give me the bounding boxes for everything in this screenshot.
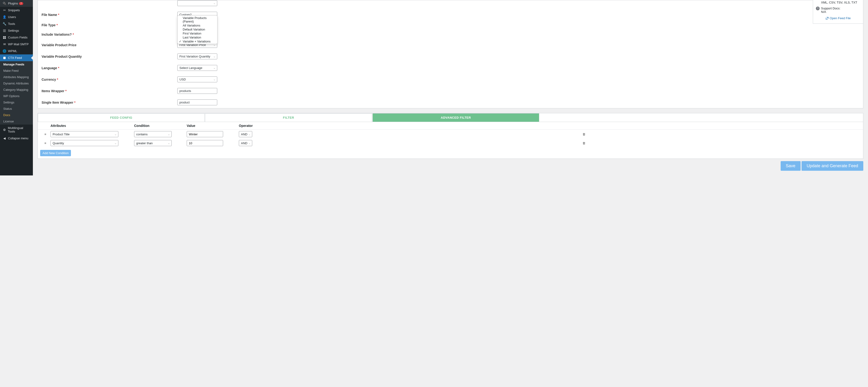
- value-input[interactable]: [187, 140, 223, 146]
- generate-button[interactable]: Update and Generate Feed: [802, 161, 863, 171]
- single-wrapper-input[interactable]: [177, 100, 217, 105]
- label: Settings: [8, 29, 19, 32]
- sidebar-item-ctx-feed[interactable]: CTX Feed: [0, 55, 33, 61]
- submenu-license[interactable]: License: [0, 118, 33, 125]
- sidebar-item-tools[interactable]: 🔧 Tools: [0, 21, 33, 27]
- sidebar-item-wp-mail-smtp[interactable]: ✉ WP Mail SMTP: [0, 41, 33, 47]
- items-wrapper-label: Items Wrapper *: [41, 89, 177, 93]
- submenu-attr-mapping[interactable]: Attributes Mapping: [0, 74, 33, 80]
- dd-default-variation[interactable]: Default Variation: [178, 28, 217, 31]
- submenu-status[interactable]: Status: [0, 106, 33, 112]
- svg-rect-5: [3, 38, 4, 39]
- sidebar-item-snippets[interactable]: ✂ Snippets: [0, 7, 33, 13]
- cond-select[interactable]: greater than⌵: [134, 140, 172, 146]
- dd-last-variation[interactable]: Last Variation: [178, 35, 217, 39]
- chevron-down-icon: ⌵: [115, 142, 116, 144]
- sidebar-item-wpml[interactable]: 🌐 WPML: [0, 47, 33, 55]
- items-wrapper-input[interactable]: [177, 88, 217, 94]
- op-select[interactable]: AND⌵: [239, 140, 252, 146]
- svg-rect-7: [3, 57, 6, 59]
- single-wrapper-label: Single Item Wrapper *: [41, 101, 177, 104]
- currency-label: Currency *: [41, 78, 177, 81]
- submenu-cat-mapping[interactable]: Category Mapping: [0, 86, 33, 93]
- submenu-dyn-attr[interactable]: Dynamic Attributes: [0, 80, 33, 86]
- dd-all-variations[interactable]: All Variations: [178, 24, 217, 28]
- svg-rect-3: [3, 36, 4, 37]
- currency-select[interactable]: USD⌵: [177, 76, 217, 82]
- variations-dropdown: Variable Products (Parent) All Variation…: [177, 15, 217, 44]
- submenu-make-feed[interactable]: Make Feed: [0, 68, 33, 74]
- trash-icon[interactable]: 🗑: [582, 133, 586, 136]
- sidebar-item-plugins[interactable]: 🔌 Plugins 7: [0, 0, 33, 7]
- support-docs-na: N/A: [821, 10, 840, 13]
- tab-feed-config[interactable]: FEED CONFIG: [38, 113, 205, 122]
- formats-text: XML, CSV, TSV, XLS, TXT: [821, 1, 860, 4]
- label: Plugins: [8, 2, 18, 5]
- header-value: Value: [187, 124, 239, 128]
- dd-variable-plus[interactable]: Variable + Variations: [178, 39, 217, 43]
- open-feed-text: Open Feed File: [830, 16, 851, 20]
- label: WPML: [8, 49, 17, 53]
- dd-variable-parent[interactable]: Variable Products (Parent): [178, 16, 217, 24]
- attr-select[interactable]: Product Title⌵: [51, 131, 118, 137]
- label: Multilingual Tools: [8, 126, 31, 133]
- drag-handle[interactable]: ≡: [40, 133, 51, 136]
- header-attributes: Attributes: [51, 124, 134, 128]
- language-select[interactable]: Select Language⌵: [177, 65, 217, 71]
- op-select[interactable]: AND⌵: [239, 131, 252, 137]
- sidebar-item-users[interactable]: 👤 Users: [0, 13, 33, 21]
- label: WP Mail SMTP: [8, 42, 29, 46]
- feed-icon: [2, 56, 7, 60]
- top-select[interactable]: ⌵: [177, 0, 217, 6]
- var-qty-label: Variable Product Quantity: [41, 55, 177, 59]
- file-name-label: File Name *: [41, 13, 177, 16]
- question-icon: ?: [816, 7, 819, 10]
- attr-select[interactable]: Quantity⌵: [51, 140, 118, 146]
- dd-first-variation[interactable]: First Variation: [178, 31, 217, 35]
- chevron-down-icon: ⌵: [168, 133, 169, 136]
- var-qty-select[interactable]: First Variation Quantity⌵: [177, 54, 217, 59]
- sidebar-item-collapse[interactable]: ◀ Collapse menu: [0, 135, 33, 142]
- submenu-settings[interactable]: Settings: [0, 99, 33, 106]
- file-type-label: File Type *: [41, 23, 177, 27]
- save-button[interactable]: Save: [781, 161, 801, 171]
- header-operator: Operator: [239, 124, 307, 128]
- sidebar-item-custom-fields[interactable]: Custom Fields: [0, 34, 33, 41]
- filter-row: ≡ Product Title⌵ contains⌵ AND⌵ 🗑: [38, 130, 863, 139]
- label: Collapse menu: [8, 137, 28, 140]
- collapse-icon: ◀: [2, 137, 7, 140]
- submenu-wp-options[interactable]: WP Options: [0, 93, 33, 99]
- header-condition: Condition: [134, 124, 187, 128]
- globe-icon: 🌐: [2, 49, 7, 53]
- svg-rect-6: [5, 38, 6, 39]
- label: Users: [8, 15, 16, 19]
- value-input[interactable]: [187, 131, 223, 137]
- sliders-icon: [2, 29, 7, 32]
- submenu-docs[interactable]: Docs: [0, 112, 33, 118]
- add-condition-button[interactable]: Add New Condition: [40, 150, 71, 156]
- filter-row: ≡ Quantity⌵ greater than⌵ AND⌵ 🗑: [38, 139, 863, 147]
- svg-rect-4: [5, 36, 6, 37]
- sidebar-item-multilingual-tools[interactable]: ⚙ Multilingual Tools: [0, 125, 33, 135]
- tab-advanced-filter[interactable]: ADVANCED FILTER: [372, 113, 539, 122]
- mail-icon: ✉: [2, 42, 7, 46]
- chevron-down-icon: ⌵: [249, 133, 250, 136]
- plug-icon: 🔌: [2, 2, 7, 5]
- open-feed-link[interactable]: Open Feed File: [816, 16, 860, 20]
- drag-handle[interactable]: ≡: [40, 141, 51, 145]
- var-price-label: Variable Product Price: [41, 43, 177, 47]
- cond-select[interactable]: contains⌵: [134, 131, 172, 137]
- label: Snippets: [8, 8, 20, 12]
- badge: 7: [19, 2, 23, 5]
- chevron-down-icon: ⌵: [168, 142, 169, 144]
- include-variations-label: Include Variations? *: [41, 33, 177, 36]
- right-panel: XML, CSV, TSV, XLS, TXT ? Support Docs: …: [813, 0, 863, 24]
- wrench-icon: 🔧: [2, 22, 7, 26]
- tab-filter[interactable]: FILTER: [205, 113, 372, 122]
- trash-icon[interactable]: 🗑: [582, 141, 586, 145]
- submenu-manage-feeds[interactable]: Manage Feeds: [0, 61, 33, 68]
- svg-rect-0: [3, 30, 6, 30]
- chevron-down-icon: ⌵: [214, 2, 215, 4]
- chevron-down-icon: ⌵: [214, 78, 215, 81]
- sidebar-item-settings[interactable]: Settings: [0, 27, 33, 34]
